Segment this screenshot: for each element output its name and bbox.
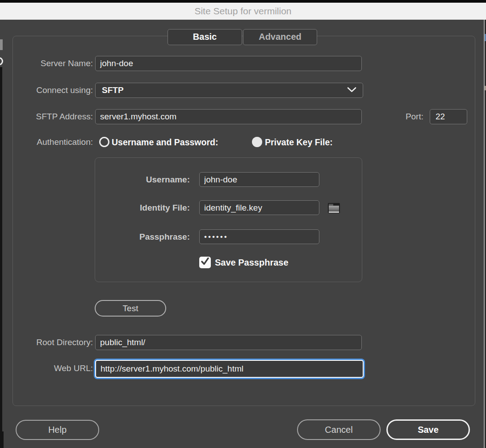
site-setup-dialog: Site Setup for vermilion Basic Advanced … <box>0 0 486 448</box>
dialog-title: Site Setup for vermilion <box>0 3 486 20</box>
chevron-down-icon <box>347 86 356 94</box>
server-name-input[interactable] <box>95 56 362 71</box>
dialog-titlebar[interactable]: Site Setup for vermilion <box>0 3 486 20</box>
folder-icon[interactable] <box>327 202 340 214</box>
background-window-fragment <box>0 57 3 65</box>
identity-file-label: Identity File: <box>107 200 190 215</box>
identity-file-input[interactable] <box>199 200 319 215</box>
connect-using-value: SFTP <box>102 85 124 95</box>
radio-private-key-file-label[interactable]: Private Key File: <box>265 137 333 148</box>
save-button[interactable]: Save <box>386 419 470 440</box>
connect-using-label: Connect using: <box>9 83 93 98</box>
background-window-fragment <box>0 39 3 50</box>
radio-username-password[interactable] <box>99 137 109 147</box>
web-url-input[interactable] <box>95 360 364 378</box>
save-passphrase-label[interactable]: Save Passphrase <box>215 257 289 269</box>
sftp-address-input[interactable] <box>95 109 362 124</box>
checkmark-icon <box>201 258 209 267</box>
radio-username-password-label[interactable]: Username and Password: <box>112 137 218 148</box>
root-directory-input[interactable] <box>95 335 362 350</box>
server-name-label: Server Name: <box>9 56 93 71</box>
background-window-left-edge <box>0 431 4 448</box>
tab-basic[interactable]: Basic <box>168 29 242 45</box>
passphrase-input[interactable] <box>199 229 319 244</box>
tab-advanced[interactable]: Advanced <box>243 29 317 45</box>
username-input[interactable] <box>199 172 319 187</box>
web-url-label: Web URL: <box>9 361 93 376</box>
username-label: Username: <box>107 172 190 187</box>
port-input[interactable] <box>430 109 467 124</box>
port-label: Port: <box>383 109 423 124</box>
background-window-left-edge <box>0 67 2 448</box>
passphrase-label: Passphrase: <box>107 229 190 244</box>
authentication-label: Authentication: <box>9 135 93 150</box>
connect-using-dropdown[interactable]: SFTP <box>95 83 363 98</box>
root-directory-label: Root Directory: <box>9 335 93 350</box>
test-button[interactable]: Test <box>95 300 166 317</box>
help-button[interactable]: Help <box>16 420 99 440</box>
sftp-address-label: SFTP Address: <box>9 109 93 124</box>
cancel-button[interactable]: Cancel <box>297 419 381 440</box>
radio-private-key-file[interactable] <box>252 137 262 147</box>
save-passphrase-checkbox[interactable] <box>199 257 211 268</box>
